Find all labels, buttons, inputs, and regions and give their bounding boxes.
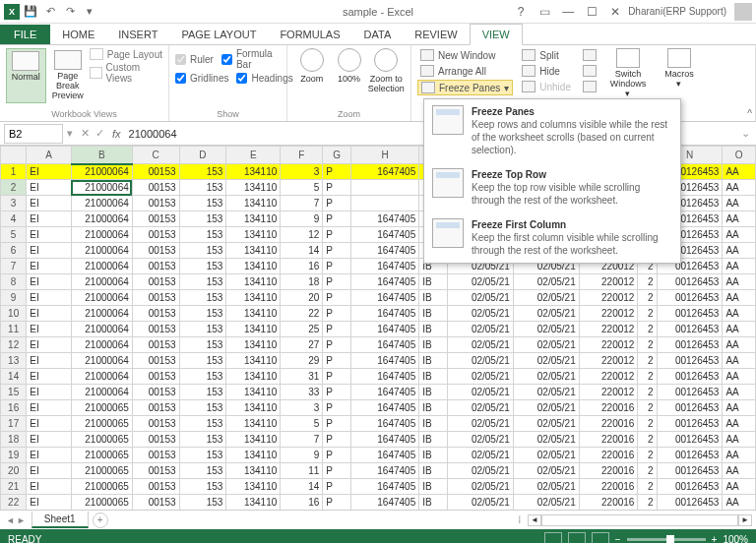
cell[interactable]: EI	[27, 306, 71, 322]
cell[interactable]: EI	[27, 432, 71, 448]
split-button[interactable]: Split	[519, 48, 574, 62]
cell[interactable]: 14	[281, 243, 323, 259]
cell[interactable]: 02/05/21	[447, 416, 513, 432]
cell[interactable]: 2	[638, 432, 657, 448]
cell[interactable]: IB	[419, 322, 448, 337]
col-header[interactable]: C	[132, 147, 179, 164]
arrangeall-button[interactable]: Arrange All	[417, 64, 513, 78]
cell[interactable]: P	[323, 463, 351, 479]
cell[interactable]: 02/05/21	[513, 432, 579, 448]
cell[interactable]: P	[323, 259, 351, 274]
user-name[interactable]: Dharani(ERP Support)	[628, 6, 726, 17]
row-header[interactable]: 7	[1, 259, 27, 274]
cell[interactable]: 153	[179, 259, 226, 274]
cell[interactable]: 2	[638, 369, 657, 385]
enter-formula-icon[interactable]: ✓	[95, 127, 104, 140]
cell[interactable]: AA	[723, 448, 756, 463]
cell[interactable]: AA	[723, 274, 756, 290]
cell[interactable]: AA	[723, 400, 756, 416]
cell[interactable]: 2	[638, 274, 657, 290]
pagebreak-view-button[interactable]: Page Break Preview	[48, 48, 88, 103]
pagelayout-view-icon[interactable]	[568, 532, 586, 543]
cell[interactable]: AA	[723, 337, 756, 353]
cell[interactable]: P	[323, 243, 351, 259]
zoom-button[interactable]: Zoom	[293, 48, 331, 93]
redo-icon[interactable]: ↷	[61, 3, 79, 21]
col-header[interactable]: G	[323, 147, 351, 164]
cell[interactable]: 18	[281, 274, 323, 290]
switchwindows-button[interactable]: Switch Windows ▾	[605, 48, 651, 99]
cell[interactable]: 2	[638, 290, 657, 306]
cell[interactable]: 00126453	[657, 322, 723, 337]
cell[interactable]: P	[323, 290, 351, 306]
cell[interactable]: IB	[419, 400, 448, 416]
cell[interactable]: AA	[723, 196, 756, 211]
cell[interactable]: P	[323, 274, 351, 290]
cell[interactable]: EI	[27, 290, 71, 306]
cell[interactable]: 1647405	[350, 274, 418, 290]
cell[interactable]: AA	[723, 180, 756, 196]
cell[interactable]: 153	[179, 495, 226, 511]
tab-file[interactable]: FILE	[0, 25, 50, 44]
cell[interactable]: 134110	[226, 495, 281, 511]
cell[interactable]: 153	[179, 306, 226, 322]
cell[interactable]: 1647405	[350, 227, 418, 243]
cell[interactable]: 220012	[579, 274, 638, 290]
cell[interactable]: 00153	[132, 337, 179, 353]
cell[interactable]: 2	[638, 337, 657, 353]
cell[interactable]: 153	[179, 432, 226, 448]
cell[interactable]: 1647405	[350, 369, 418, 385]
freezepanes-button[interactable]: Freeze Panes ▾	[417, 80, 513, 95]
cell[interactable]: 11	[281, 463, 323, 479]
cell[interactable]: 00126453	[657, 463, 723, 479]
col-header[interactable]	[1, 147, 27, 164]
cell[interactable]: 00126453	[657, 479, 723, 495]
cell[interactable]: 00153	[132, 322, 179, 337]
cell[interactable]: 00126453	[657, 400, 723, 416]
minimize-icon[interactable]: —	[557, 2, 579, 22]
cell[interactable]: 7	[281, 432, 323, 448]
cell[interactable]: 21000064	[71, 211, 132, 227]
cell[interactable]: 7	[281, 196, 323, 211]
cell[interactable]: 02/05/21	[447, 369, 513, 385]
hide-button[interactable]: Hide	[519, 64, 574, 78]
cell[interactable]: 1647405	[350, 432, 418, 448]
cell[interactable]: 02/05/21	[447, 400, 513, 416]
qat-customize-icon[interactable]: ▾	[81, 3, 98, 21]
cell[interactable]: P	[323, 211, 351, 227]
cell[interactable]: 153	[179, 463, 226, 479]
cell[interactable]: 21000064	[71, 164, 132, 180]
cell[interactable]: 00153	[132, 274, 179, 290]
cell[interactable]: P	[323, 416, 351, 432]
maximize-icon[interactable]: ☐	[581, 2, 602, 22]
col-header[interactable]: A	[27, 147, 71, 164]
cell[interactable]: 134110	[226, 400, 281, 416]
cell[interactable]: 220016	[579, 448, 638, 463]
cell[interactable]: 9	[281, 448, 323, 463]
save-icon[interactable]: 💾	[22, 3, 39, 21]
cell[interactable]: 16	[281, 259, 323, 274]
undo-icon[interactable]: ↶	[41, 3, 59, 21]
cell[interactable]: 1647405	[350, 448, 418, 463]
cell[interactable]: 02/05/21	[447, 337, 513, 353]
row-header[interactable]: 3	[1, 196, 27, 211]
cell[interactable]: 21000065	[71, 479, 132, 495]
cell[interactable]: 134110	[226, 180, 281, 196]
tab-review[interactable]: REVIEW	[403, 25, 469, 44]
cell[interactable]: P	[323, 196, 351, 211]
cell[interactable]: 21000065	[71, 432, 132, 448]
cell[interactable]: EI	[27, 400, 71, 416]
cell[interactable]: 134110	[226, 274, 281, 290]
cell[interactable]: IB	[419, 432, 448, 448]
cell[interactable]: AA	[723, 243, 756, 259]
cell[interactable]: 220012	[579, 290, 638, 306]
tab-view[interactable]: VIEW	[470, 24, 523, 45]
cell[interactable]: 25	[281, 322, 323, 337]
cell[interactable]: P	[323, 448, 351, 463]
cell[interactable]: 134110	[226, 369, 281, 385]
cell[interactable]: 00126453	[657, 274, 723, 290]
zoom-slider[interactable]	[627, 538, 706, 541]
col-header[interactable]: H	[350, 147, 418, 164]
cell[interactable]: IB	[419, 416, 448, 432]
cell[interactable]: 153	[179, 385, 226, 400]
